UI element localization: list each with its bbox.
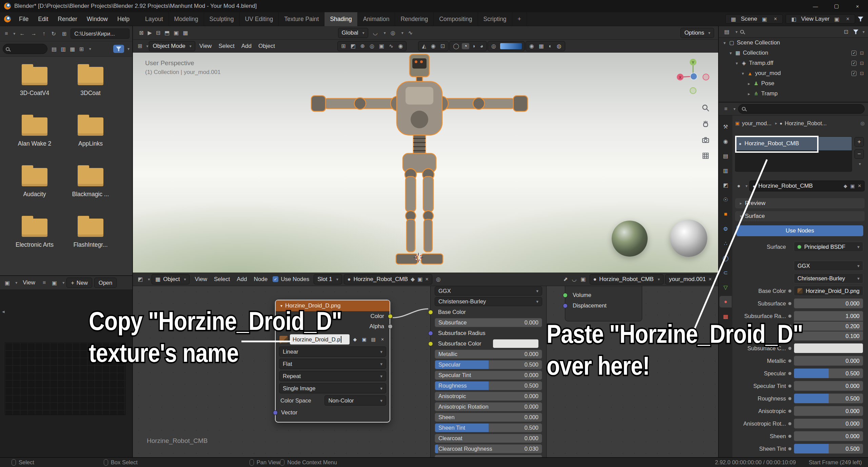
bsdf-row[interactable]: Specular 0.500 (435, 360, 542, 369)
animate-dot-icon[interactable] (788, 397, 791, 400)
options-dropdown[interactable]: Options ▾ (680, 28, 714, 38)
bsdf-row[interactable]: Subsurface Color (435, 339, 542, 348)
bsdf-row[interactable]: Metallic 0.000 (435, 350, 542, 359)
maximize-button[interactable]: ▢ (826, 0, 847, 12)
chevron-down-icon[interactable]: ▾ (735, 30, 737, 34)
properties-tab[interactable]: ⚒ (719, 121, 732, 132)
add-slot-button[interactable]: + (854, 137, 864, 147)
workspace-tab[interactable]: Modeling (169, 12, 204, 26)
viewport-toggle-icon[interactable]: ⊞ (339, 43, 348, 49)
chevron-down-icon[interactable]: ▾ (384, 31, 386, 35)
remove-slot-button[interactable]: − (854, 149, 864, 159)
properties-tab[interactable]: ◩ (719, 179, 732, 191)
properties-tab[interactable]: ▥ (719, 165, 732, 176)
properties-tab[interactable]: ◉ (719, 135, 732, 147)
active-object-chip[interactable]: your_mod.001 × (665, 274, 715, 284)
shield-icon[interactable]: ◆ (844, 183, 847, 189)
animate-dot-icon[interactable] (788, 410, 791, 413)
animate-dot-icon[interactable] (788, 359, 791, 362)
properties-tab[interactable]: ☉ (719, 194, 732, 205)
property-widget[interactable]: GGX (794, 261, 863, 271)
display-mode-icon[interactable]: ▥ (59, 46, 68, 52)
bsdf-row[interactable]: Specular Tint 0.000 (435, 371, 542, 380)
slot-specials-icon[interactable]: ▾ (859, 162, 861, 166)
shader-type-dropdown[interactable]: ▦ Object ▾ (152, 274, 190, 284)
blender-menu-icon[interactable] (4, 16, 11, 22)
eye-icon[interactable]: ◎ (489, 43, 498, 49)
menu-item[interactable]: Help (113, 16, 134, 23)
shading-mode-icon[interactable]: ◕ (478, 43, 485, 49)
close-button[interactable]: × (847, 0, 868, 12)
bsdf-row[interactable]: Christensen-Burley (435, 297, 542, 306)
animate-dot-icon[interactable] (788, 435, 791, 438)
property-widget[interactable]: 0.000 (794, 406, 863, 416)
checkbox-icon[interactable]: ✓ (851, 71, 856, 76)
pin-icon[interactable]: ◎ (434, 276, 443, 282)
shader-header-icon[interactable]: ▣ (579, 276, 588, 282)
chevron-down-icon[interactable]: ▾ (746, 184, 748, 188)
shader-menu-item[interactable]: Node (251, 276, 271, 283)
overlay-toggle-icon[interactable]: ⊡ (438, 43, 447, 49)
properties-tab[interactable]: ⚙ (719, 223, 732, 235)
expand-icon[interactable]: ▸ (746, 81, 752, 86)
slot-dropdown[interactable]: Slot 1 ▾ (314, 274, 342, 284)
property-widget[interactable] (794, 343, 863, 353)
viewport-toggle-icon[interactable]: ▣ (377, 43, 386, 49)
folder-item[interactable]: Electronic Arts (7, 219, 62, 269)
viewport-menu-item[interactable]: Object (255, 43, 278, 50)
animate-dot-icon[interactable] (788, 302, 791, 305)
input-socket[interactable] (428, 331, 433, 336)
scene-selector[interactable]: ▦ Scene ▣ × (725, 14, 783, 24)
input-socket[interactable] (563, 293, 568, 298)
principled-bsdf-node[interactable]: GGX Christensen-Burley Base Color (430, 286, 547, 457)
expand-icon[interactable]: ▾ (728, 51, 734, 56)
properties-tab[interactable]: ◯ (719, 252, 732, 264)
chevron-down-icon[interactable]: ▾ (127, 46, 130, 51)
editor-type-icon[interactable]: ◩ (136, 276, 145, 282)
folder-item[interactable]: Audacity (7, 168, 62, 219)
new-image-button[interactable]: + New (66, 278, 92, 288)
expand-icon[interactable]: ▾ (734, 61, 740, 66)
file-search-input[interactable] (3, 44, 47, 54)
properties-tab[interactable]: ▽ (719, 281, 732, 293)
workspace-tab[interactable]: Compositing (434, 12, 478, 26)
tool-icon[interactable]: ⊟ (154, 30, 162, 36)
projection-dropdown[interactable]: Flat (279, 359, 386, 369)
filter-icon[interactable] (858, 17, 863, 21)
copy-icon[interactable]: ▣ (832, 16, 842, 22)
property-widget[interactable]: 0.000 (794, 356, 863, 366)
use-nodes-checkbox[interactable]: ✓ (273, 276, 278, 282)
close-icon[interactable]: × (772, 16, 779, 22)
alpha-output-socket[interactable] (388, 324, 393, 329)
bsdf-row[interactable]: Roughness 0.500 (435, 381, 542, 390)
folder-item[interactable]: 3D-CoatV4 (7, 67, 62, 117)
properties-tab[interactable]: ⊂ (719, 267, 732, 278)
outliner-row[interactable]: ▸ ♟ Pose ✓ ⊡ (719, 78, 868, 89)
material-slot-active[interactable]: ● Horzine_Robot_CMB (735, 137, 852, 150)
color-output-socket[interactable] (388, 314, 393, 319)
menu-item[interactable]: File (14, 16, 33, 23)
shader-menu-item[interactable]: Select (211, 276, 233, 283)
folder-item[interactable]: FlashIntegr... (63, 219, 118, 269)
viewport-toggle-icon[interactable]: ∿ (387, 43, 395, 49)
workspace-tab[interactable]: Animation (358, 12, 395, 26)
image-name-input[interactable]: Horzine_Droid_D.p (290, 334, 350, 344)
screen-toggle-icon[interactable]: ⊡ (860, 50, 864, 56)
expand-icon[interactable]: ▾ (722, 40, 728, 45)
bsdf-row[interactable]: Subsurface Radius (435, 329, 542, 338)
chevron-down-icon[interactable]: ▾ (62, 280, 64, 285)
workspace-tab[interactable]: Rendering (395, 12, 434, 26)
screen-toggle-icon[interactable]: ⊡ (860, 60, 864, 66)
property-widget[interactable]: 0.000 (794, 381, 863, 391)
overlay-toggle-icon[interactable]: ◭ (420, 43, 428, 49)
unlink-icon[interactable]: × (379, 335, 386, 344)
property-widget[interactable]: 0.500 (794, 368, 863, 378)
tool-icon[interactable]: ▶ (145, 30, 154, 36)
editor-type-icon[interactable]: ⊞ (136, 43, 144, 49)
properties-tab[interactable]: ▤ (719, 150, 732, 162)
chevron-down-icon[interactable]: ▾ (146, 44, 148, 49)
preview-panel-header[interactable]: ▸ Preview (735, 198, 865, 208)
chevron-down-icon[interactable]: ▾ (733, 107, 735, 111)
display-mode-icon[interactable]: ▦ (68, 46, 77, 52)
menu-item[interactable]: Edit (33, 16, 53, 23)
